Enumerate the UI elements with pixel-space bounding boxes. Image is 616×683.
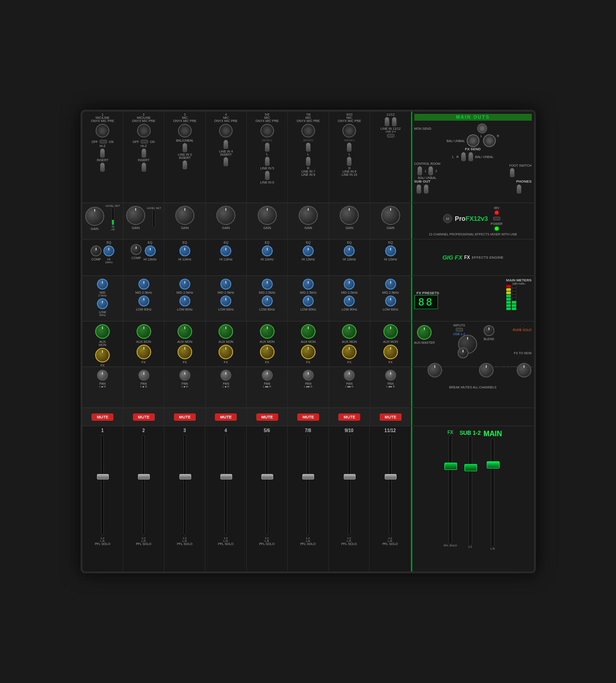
ch3-fader-handle[interactable] <box>179 474 191 479</box>
fx-fader-handle[interactable] <box>444 463 457 470</box>
ch910-fader-handle[interactable] <box>344 474 356 479</box>
ch4-eq-hi-knob[interactable] <box>220 245 231 256</box>
ch3-aux-fx-knob[interactable] <box>178 345 192 359</box>
ch2-eq-hi-knob[interactable] <box>145 245 156 256</box>
ch910-eq-low-knob[interactable] <box>344 296 355 306</box>
ch1-off-label: OFF <box>92 140 98 143</box>
main-lr-assign: L-R <box>490 547 495 550</box>
ch1112-eq-low-knob[interactable] <box>385 296 396 306</box>
aux-cols: AUX MON FX AUX MON FX AUX MON FX <box>82 321 411 367</box>
ch2-gain: GAIN LEVEL SET <box>123 203 164 239</box>
ch1-fader-handle[interactable] <box>97 474 109 479</box>
ch1112-fader-handle[interactable] <box>385 474 397 479</box>
ch2-eq-mid-knob[interactable] <box>138 279 149 290</box>
ch910-mute-button[interactable]: MUTE <box>338 413 360 421</box>
ch78-fader-handle[interactable] <box>302 474 314 479</box>
ch910-aux-mon-knob[interactable] <box>342 324 356 339</box>
ch1-aux-fx-knob[interactable] <box>95 348 110 362</box>
ch2-mute-button[interactable]: MUTE <box>133 413 155 421</box>
ch56-aux-mon-knob[interactable] <box>260 324 275 339</box>
48v-switch[interactable] <box>493 217 500 220</box>
ch2-pan-knob[interactable] <box>138 370 149 381</box>
ch1112-gain-knob-wrap: GAIN <box>381 204 400 229</box>
ch78-connector: 7/8 MIC ONYX MIC PRE (MONO) L R LINE IN … <box>288 112 329 203</box>
ch910-gain-knob[interactable] <box>340 206 359 225</box>
ch78-aux-fx-knob[interactable] <box>301 345 316 359</box>
fx-to-mon-knob[interactable] <box>458 347 468 358</box>
ch3-eq-hi-knob[interactable] <box>179 245 190 256</box>
usb-switch[interactable] <box>456 328 463 331</box>
blend-knob[interactable] <box>484 325 494 336</box>
ch4-gain-knob[interactable] <box>216 206 235 225</box>
ch2-low-label: LOW 80Hz <box>136 308 151 311</box>
ch78-mute-button[interactable]: MUTE <box>297 413 319 421</box>
ch3-eq-low-knob[interactable] <box>179 296 190 306</box>
ch56-pan-knob[interactable] <box>262 370 273 381</box>
ch1-aux-mon-knob[interactable] <box>95 324 110 339</box>
ch4-eq-mid-knob[interactable] <box>220 279 231 290</box>
ch78-l-label: L <box>307 153 309 156</box>
ch1112-pan-knob[interactable] <box>385 370 396 381</box>
ch78-eq-low-knob[interactable] <box>303 296 314 306</box>
ch56-mute-button[interactable]: MUTE <box>256 413 278 421</box>
ch1112-eq-hi-knob[interactable] <box>385 245 396 256</box>
ch1-comp-knob[interactable] <box>91 245 102 256</box>
ch2-aux-fx-knob[interactable] <box>137 345 151 359</box>
ch2-hiz-switch[interactable] <box>141 140 148 143</box>
ch1-mute-button[interactable]: MUTE <box>92 413 113 421</box>
power-section: 48V POWER <box>490 206 502 231</box>
ch1112-switch[interactable] <box>387 134 394 138</box>
ch2-eq-low-knob[interactable] <box>138 296 149 306</box>
ch78-eq-hi-knob[interactable] <box>303 245 314 256</box>
ch1-pan-knob[interactable] <box>97 370 108 381</box>
ch2-gain-knob[interactable] <box>126 206 145 225</box>
ch3-eq-mid-knob[interactable] <box>179 279 190 290</box>
ch4-aux-mon-knob[interactable] <box>219 324 233 339</box>
ch1112-aux-fx-knob[interactable] <box>383 345 398 359</box>
ch910-eq-hi-knob[interactable] <box>344 245 355 256</box>
ch1112-gain-knob[interactable] <box>381 206 400 225</box>
ch1112-pfl-label: PFL SOLO <box>382 542 398 545</box>
ch910-pan-knob[interactable] <box>344 370 355 381</box>
ch4-eq-low-knob[interactable] <box>220 296 231 306</box>
ch56-eq-hi-knob[interactable] <box>262 245 273 256</box>
ch2-comp-knob[interactable] <box>131 244 142 255</box>
ch4-aux-fx-knob[interactable] <box>219 345 233 359</box>
ch1-eq-hi-knob[interactable] <box>103 245 114 256</box>
sub12-fader-handle[interactable] <box>464 464 477 471</box>
ch1112-mute-button[interactable]: MUTE <box>380 413 402 421</box>
ch1112-aux-mon-knob[interactable] <box>383 324 398 339</box>
ch910-aux-fx-knob[interactable] <box>342 345 356 359</box>
ch4-pan-knob[interactable] <box>220 370 231 381</box>
ch56-eq-mid-knob[interactable] <box>262 279 273 290</box>
ch78-gain-knob[interactable] <box>299 206 318 225</box>
ch1-gain-knob[interactable] <box>85 207 104 226</box>
mon-send-label: MON SEND <box>414 127 432 130</box>
ch56-gain-knob[interactable] <box>258 206 277 225</box>
ch3-mute-button[interactable]: MUTE <box>174 413 196 421</box>
brand-pro-label: Pro <box>455 215 465 222</box>
ch78-eq-mid-knob[interactable] <box>303 279 314 290</box>
ch56-eq-low-knob[interactable] <box>262 296 273 306</box>
ch4-fader-handle[interactable] <box>220 474 232 479</box>
ch78-aux-mon-knob[interactable] <box>301 324 316 339</box>
ch56-fader-handle[interactable] <box>261 474 273 479</box>
ch56-aux-fx-knob[interactable] <box>260 345 275 359</box>
ch1-eq-low-knob[interactable] <box>97 298 108 309</box>
ch1-eq-mid-knob[interactable] <box>97 279 108 290</box>
ch1-hiz-switch[interactable] <box>100 140 107 143</box>
ch1112-eq-mid-knob[interactable] <box>385 279 396 290</box>
ch3-gain-knob[interactable] <box>175 206 194 225</box>
ch2-fader-handle[interactable] <box>138 474 150 479</box>
ch3-aux-mon-knob[interactable] <box>178 324 192 339</box>
ch2-aux-mon-knob[interactable] <box>137 324 151 339</box>
ch2-eq-midlow: MID 2.5kHz LOW 80Hz <box>123 276 164 321</box>
ch78-pan-knob[interactable] <box>303 370 314 381</box>
ctrl-room-1-label: 1 <box>424 169 426 173</box>
aux-master-knob[interactable] <box>417 325 432 340</box>
fx-send-r-jack <box>468 152 473 161</box>
main-fader-handle[interactable] <box>487 461 499 469</box>
ch3-pan-knob[interactable] <box>179 370 190 381</box>
ch4-mute-button[interactable]: MUTE <box>215 413 237 421</box>
ch910-eq-mid-knob[interactable] <box>344 279 355 290</box>
